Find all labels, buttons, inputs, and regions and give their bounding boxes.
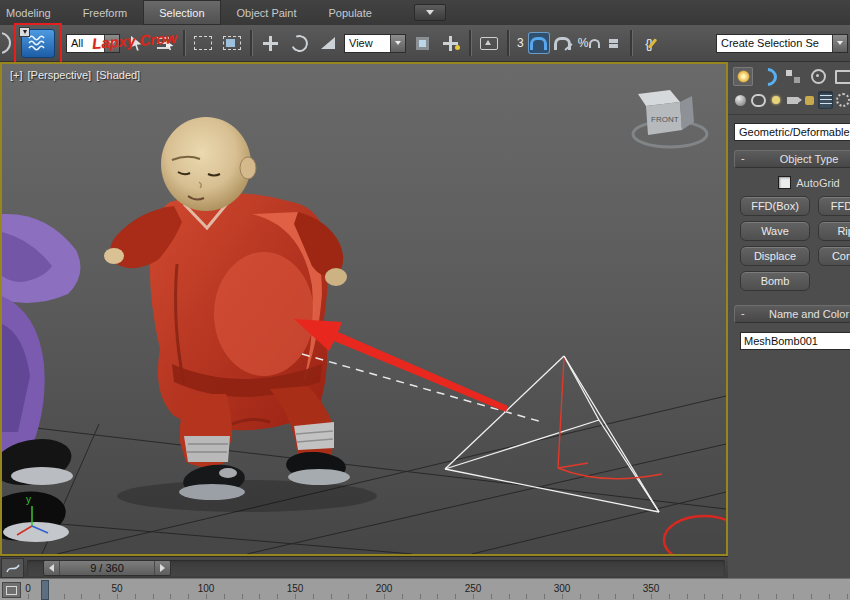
autogrid-checkbox[interactable] — [778, 176, 791, 189]
object-type-button-conform[interactable]: Conform — [818, 246, 850, 266]
select-and-move-button[interactable] — [257, 30, 283, 56]
pivot-cube-icon — [416, 37, 429, 50]
edit-named-selection-sets-button[interactable]: {} — [637, 30, 663, 56]
select-by-name-button[interactable] — [152, 30, 178, 56]
ribbon-tab-object-paint[interactable]: Object Paint — [221, 0, 313, 25]
main-toolbar: All View — [0, 25, 850, 62]
perspective-viewport[interactable]: y FRONT [+] [Perspective] [Shaded] — [0, 62, 728, 556]
motion-icon — [811, 69, 826, 84]
viewcube[interactable]: FRONT — [633, 90, 707, 147]
toolbar-separator — [507, 30, 509, 56]
use-pivot-point-center-button[interactable] — [409, 30, 435, 56]
object-name-input[interactable] — [740, 332, 850, 350]
category-cameras[interactable] — [785, 91, 800, 109]
reference-coordinate-dropdown[interactable]: View — [344, 34, 406, 53]
select-and-rotate-button[interactable] — [286, 30, 312, 56]
time-slider-handle[interactable]: 9 / 360 — [43, 560, 171, 576]
viewport-shading-menu[interactable]: [Shaded] — [96, 69, 140, 81]
category-systems[interactable] — [835, 91, 850, 109]
object-type-button-ffd-cyl-[interactable]: FFD(Cyl) — [818, 196, 850, 216]
trackbar-tick-250: 250 — [465, 583, 482, 594]
trackbar-filter-icon[interactable] — [2, 582, 21, 598]
viewcube-front-label[interactable]: FRONT — [651, 115, 679, 124]
category-shapes[interactable] — [750, 91, 767, 109]
toolbar-separator — [630, 30, 632, 56]
mini-curve-editor-button[interactable] — [1, 558, 24, 578]
trackbar-tick-150: 150 — [287, 583, 304, 594]
dashed-rectangle-icon — [194, 36, 212, 50]
current-frame-marker[interactable] — [41, 580, 49, 600]
object-type-rollout-title: Object Type — [780, 153, 839, 165]
ribbon-tab-populate[interactable]: Populate — [312, 0, 387, 25]
angle-snap-toggle[interactable] — [553, 32, 575, 54]
category-helpers[interactable] — [802, 91, 817, 109]
rectangular-selection-region-button[interactable] — [190, 30, 216, 56]
window-crossing-icon — [223, 36, 241, 50]
percent-snap-toggle[interactable]: % — [578, 32, 600, 54]
character-red-monk[interactable] — [104, 117, 377, 512]
object-type-button-ripple[interactable]: Ripple — [818, 221, 850, 241]
character-purple[interactable] — [2, 214, 80, 546]
selection-filter-dropdown[interactable]: All — [66, 34, 120, 53]
trackbar-tick-0: 0 — [25, 583, 31, 594]
bind-to-space-warp-button[interactable] — [21, 29, 55, 58]
viewport-pov-menu[interactable]: [Perspective] — [28, 69, 92, 81]
snaps-count-label: 3 — [517, 36, 524, 50]
ribbon-tabs: ModelingFreeformSelectionObject PaintPop… — [0, 0, 388, 25]
ribbon-tab-modeling[interactable]: Modeling — [0, 0, 67, 25]
object-type-button-wave[interactable]: Wave — [740, 221, 810, 241]
viewport-general-menu[interactable]: [+] — [10, 69, 23, 81]
category-geometry[interactable] — [733, 91, 748, 109]
trackbar-tick-350: 350 — [643, 583, 660, 594]
waves-icon — [27, 34, 49, 52]
spinner-snap-toggle[interactable] — [603, 32, 625, 54]
chevron-down-icon[interactable] — [390, 35, 405, 52]
unlink-chain-icon — [2, 32, 11, 54]
ribbon-tab-freeform[interactable]: Freeform — [67, 0, 144, 25]
object-type-grid: FFD(Box)FFD(Cyl)WaveRippleDisplaceConfor… — [734, 194, 850, 296]
category-lights[interactable] — [769, 91, 784, 109]
move-arrows-icon — [263, 36, 278, 51]
ribbon-options-dropdown[interactable] — [414, 4, 446, 21]
systems-icon — [836, 93, 850, 107]
object-type-button-displace[interactable]: Displace — [740, 246, 810, 266]
window-crossing-toggle[interactable] — [219, 30, 245, 56]
manipulate-cross-icon — [443, 36, 458, 51]
ribbon-tab-selection[interactable]: Selection — [143, 0, 220, 25]
unlink-selection-button[interactable] — [2, 30, 12, 56]
tab-hierarchy[interactable] — [783, 67, 803, 86]
previous-frame-arrow-icon[interactable] — [44, 561, 59, 575]
chevron-down-icon[interactable] — [832, 35, 847, 52]
name-color-rollout-header[interactable]: - Name and Color — [734, 305, 850, 323]
select-object-button[interactable] — [123, 30, 149, 56]
trackbar-tick-50: 50 — [111, 583, 122, 594]
frame-display[interactable]: 9 / 360 — [59, 561, 155, 575]
spacewarp-category-dropdown[interactable]: Geometric/Deformable — [734, 123, 850, 141]
tab-create[interactable] — [733, 67, 753, 86]
autogrid-label: AutoGrid — [796, 177, 839, 189]
select-and-scale-button[interactable] — [315, 30, 341, 56]
category-space-warps[interactable] — [818, 91, 833, 109]
select-and-manipulate-button[interactable] — [438, 30, 464, 56]
create-categories — [728, 89, 850, 115]
object-type-rollout-header[interactable]: - Object Type — [734, 150, 850, 168]
tab-display[interactable] — [833, 67, 850, 86]
time-slider-bar: 9 / 360 — [0, 556, 728, 578]
trackbar-ruler[interactable]: 050100150200250300350 — [0, 578, 850, 600]
chevron-down-icon[interactable] — [104, 35, 119, 52]
time-slider-track[interactable]: 9 / 360 — [27, 560, 725, 576]
cursor-arrow-icon — [131, 36, 142, 51]
object-type-button-ffd-box-[interactable]: FFD(Box) — [740, 196, 810, 216]
tab-modify[interactable] — [758, 67, 778, 86]
keyboard-shortcut-override-toggle[interactable] — [476, 30, 502, 56]
named-selection-set-dropdown[interactable]: Create Selection Se — [716, 34, 848, 53]
spacewarp-category-value: Geometric/Deformable — [735, 124, 850, 140]
snaps-toggle-button[interactable] — [528, 32, 550, 54]
command-panel-tabs — [728, 62, 850, 89]
object-type-button-bomb[interactable]: Bomb — [740, 271, 810, 291]
tab-motion[interactable] — [808, 67, 828, 86]
selection-filter-value: All — [67, 35, 87, 52]
curve-icon — [5, 562, 21, 574]
next-frame-arrow-icon[interactable] — [155, 561, 170, 575]
scene: y FRONT — [2, 64, 726, 554]
